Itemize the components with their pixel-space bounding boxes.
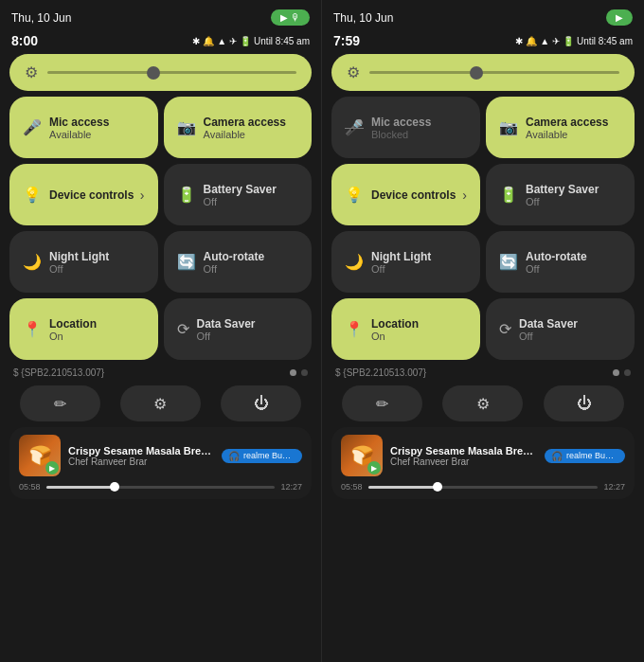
version-text-2: $ {SPB2.210513.007} xyxy=(335,367,426,378)
nightlight-icon-1: 🌙 xyxy=(23,253,42,271)
edit-button-1[interactable]: ✏ xyxy=(20,385,100,421)
tile-camera-1[interactable]: 📷 Camera access Available xyxy=(164,97,313,158)
tile-location-subtitle-2: On xyxy=(371,331,419,342)
tile-device-title-2: Device controls xyxy=(371,188,456,202)
dot-1-inactive xyxy=(301,369,308,376)
media-progress-2[interactable]: 05:58 12:27 xyxy=(341,482,625,492)
power-button-1[interactable]: ⏻ xyxy=(221,385,301,421)
edit-icon-2: ✏ xyxy=(376,395,388,413)
time-1: 8:00 xyxy=(11,33,38,48)
tile-nightlight-title-1: Night Light xyxy=(49,250,109,263)
tile-datasaver-header-1: ⟳ Data Saver Off xyxy=(177,317,299,342)
media-title-2: Crispy Sesame Masala Bread Toas... xyxy=(390,445,537,456)
tile-camera-header-2: 📷 Camera access Available xyxy=(499,116,621,140)
tile-mic-2[interactable]: 🎤 Mic access Blocked xyxy=(331,97,480,158)
progress-fill-1 xyxy=(46,486,116,489)
tile-mic-subtitle-1: Available xyxy=(49,129,109,140)
progress-thumb-1 xyxy=(110,482,119,492)
camera-icon-1: 📷 xyxy=(177,118,196,136)
date-2: Thu, 10 Jun xyxy=(333,11,393,25)
battery-icon-2: 🔋 xyxy=(563,36,574,46)
location-icon-2: 📍 xyxy=(345,320,364,338)
date-1: Thu, 10 Jun xyxy=(11,11,71,25)
tile-location-title-2: Location xyxy=(371,317,419,331)
tiles-grid-1: 🎤 Mic access Available 📷 Camera access A… xyxy=(9,97,312,360)
tile-autorotate-title-1: Auto-rotate xyxy=(204,250,265,263)
tile-nightlight-2[interactable]: 🌙 Night Light Off xyxy=(331,231,480,293)
media-player-1[interactable]: 🍞 ▶ Crispy Sesame Masala Bread Toas... C… xyxy=(9,427,312,499)
record-button-1[interactable]: ▶ 🎙 xyxy=(271,9,310,26)
settings-button-1[interactable]: ⚙ xyxy=(120,385,201,421)
tile-location-2[interactable]: 📍 Location On xyxy=(331,298,480,360)
tile-datasaver-title-2: Data Saver xyxy=(519,317,578,331)
power-button-2[interactable]: ⏻ xyxy=(544,385,624,421)
tile-camera-title-1: Camera access xyxy=(204,116,286,129)
media-thumbnail-1: 🍞 ▶ xyxy=(19,435,61,476)
dot-2-inactive xyxy=(624,369,631,376)
progress-track-1[interactable] xyxy=(46,486,276,489)
tile-device-row-2: 💡 Device controls › xyxy=(345,186,467,204)
gear-icon-1: ⚙ xyxy=(153,395,167,413)
media-source-text-2: realme Buds W... xyxy=(566,451,618,460)
dot-1-active xyxy=(290,369,296,376)
tile-battery-header-1: 🔋 Battery Saver Off xyxy=(177,183,299,207)
device-icon-2: 💡 xyxy=(345,186,364,204)
tile-location-header-1: 📍 Location On xyxy=(23,317,145,342)
brightness-icon-1: ⚙ xyxy=(25,63,38,81)
progress-thumb-2 xyxy=(433,482,442,492)
time-2: 7:59 xyxy=(333,33,360,48)
media-header-1: 🍞 ▶ Crispy Sesame Masala Bread Toas... C… xyxy=(19,435,302,476)
tile-location-1[interactable]: 📍 Location On xyxy=(9,298,158,360)
tile-battery-2[interactable]: 🔋 Battery Saver Off xyxy=(486,164,635,225)
tile-camera-subtitle-2: Available xyxy=(526,129,608,140)
media-player-2[interactable]: 🍞 ▶ Crispy Sesame Masala Bread Toas... C… xyxy=(331,427,635,499)
tile-battery-subtitle-1: Off xyxy=(204,196,277,207)
tile-device-1[interactable]: 💡 Device controls › xyxy=(9,164,158,225)
brightness-row-1[interactable]: ⚙ xyxy=(9,54,312,91)
power-icon-1: ⏻ xyxy=(254,395,269,412)
panel-1: Thu, 10 Jun ▶ 🎙 8:00 ✱ 🔔 ▲ ✈ 🔋 Until 8:4… xyxy=(0,0,322,662)
tile-battery-1[interactable]: 🔋 Battery Saver Off xyxy=(164,164,313,225)
tile-autorotate-1[interactable]: 🔄 Auto-rotate Off xyxy=(164,231,313,293)
brightness-track-2[interactable] xyxy=(369,71,619,74)
media-artist-2: Chef Ranveer Brar xyxy=(390,456,537,467)
tile-autorotate-2[interactable]: 🔄 Auto-rotate Off xyxy=(486,231,635,293)
location-icon-1: 📍 xyxy=(23,320,42,338)
record-button-2[interactable]: ▶ xyxy=(606,9,633,26)
progress-track-2[interactable] xyxy=(368,486,599,489)
tile-camera-2[interactable]: 📷 Camera access Available xyxy=(486,97,635,158)
tile-nightlight-subtitle-1: Off xyxy=(49,263,109,275)
time-current-1: 05:58 xyxy=(19,482,41,492)
tile-battery-subtitle-2: Off xyxy=(526,196,599,207)
tile-device-2[interactable]: 💡 Device controls › xyxy=(331,164,480,225)
power-icon-2: ⏻ xyxy=(577,395,592,412)
edit-button-2[interactable]: ✏ xyxy=(342,385,422,421)
play-button-2[interactable]: ▶ xyxy=(367,461,381,474)
tile-location-subtitle-1: On xyxy=(49,331,97,342)
brightness-row-2[interactable]: ⚙ xyxy=(331,54,635,91)
headphone-icon-1: 🎧 xyxy=(228,451,240,461)
tile-datasaver-2[interactable]: ⟳ Data Saver Off xyxy=(486,298,635,360)
nightlight-icon-2: 🌙 xyxy=(345,253,364,271)
play-button-1[interactable]: ▶ xyxy=(45,461,59,474)
tile-battery-title-1: Battery Saver xyxy=(204,183,277,196)
tile-datasaver-header-2: ⟳ Data Saver Off xyxy=(499,317,621,342)
tile-datasaver-subtitle-1: Off xyxy=(197,331,256,342)
battery-saver-icon-1: 🔋 xyxy=(177,186,196,204)
dots-row-2 xyxy=(613,369,631,376)
battery-label-1: Until 8:45 am xyxy=(254,36,310,46)
tile-nightlight-title-2: Night Light xyxy=(371,250,431,263)
tile-device-header-2: 💡 Device controls xyxy=(345,186,456,204)
media-source-1: 🎧 realme Buds W... xyxy=(222,449,302,463)
tile-mic-1[interactable]: 🎤 Mic access Available xyxy=(9,97,158,158)
brightness-track-1[interactable] xyxy=(47,71,296,74)
autorotate-icon-1: 🔄 xyxy=(177,253,196,271)
tile-nightlight-1[interactable]: 🌙 Night Light Off xyxy=(9,231,158,293)
battery-saver-icon-2: 🔋 xyxy=(499,186,518,204)
tiles-grid-2: 🎤 Mic access Blocked 📷 Camera access Ava… xyxy=(331,97,635,360)
gear-icon-2: ⚙ xyxy=(476,395,490,413)
settings-button-2[interactable]: ⚙ xyxy=(442,385,523,421)
media-progress-1[interactable]: 05:58 12:27 xyxy=(19,482,302,492)
tile-datasaver-1[interactable]: ⟳ Data Saver Off xyxy=(164,298,313,360)
status-bar-1: 8:00 ✱ 🔔 ▲ ✈ 🔋 Until 8:45 am xyxy=(9,33,312,48)
